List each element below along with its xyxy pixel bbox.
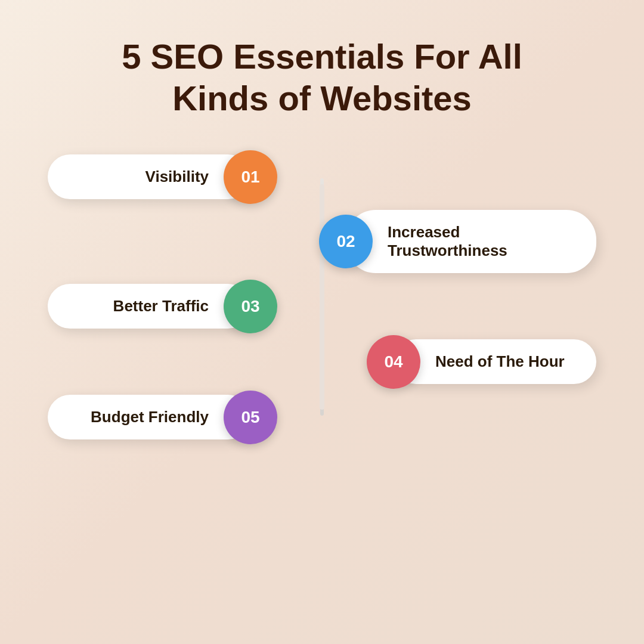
page-container: 5 SEO Essentials For All Kinds of Websit… (0, 0, 644, 644)
pill-label-4: Need of The Hour (435, 352, 565, 371)
pill-label-5: Budget Friendly (91, 408, 209, 426)
item-row-5: Budget Friendly05 (48, 395, 596, 439)
item-row-1: Visibility01 (48, 154, 596, 199)
badge-2: 02 (319, 215, 373, 268)
page-title: 5 SEO Essentials For All Kinds of Websit… (89, 36, 555, 119)
badge-4: 04 (367, 335, 420, 389)
pill-3: Better Traffic03 (48, 284, 250, 329)
pill-4: Need of The Hour04 (394, 339, 596, 384)
pill-1: Visibility01 (48, 154, 250, 199)
pill-label-2: Increased Trustworthiness (388, 223, 572, 260)
item-row-2: Increased Trustworthiness02 (48, 210, 596, 273)
item-row-4: Need of The Hour04 (48, 339, 596, 384)
pill-2: Increased Trustworthiness02 (346, 210, 596, 273)
pill-label-3: Better Traffic (113, 297, 209, 315)
badge-3: 03 (224, 280, 277, 333)
badge-5: 05 (224, 391, 277, 444)
item-row-3: Better Traffic03 (48, 284, 596, 329)
items-container: Visibility01Increased Trustworthiness02B… (48, 154, 596, 439)
badge-1: 01 (224, 150, 277, 204)
pill-label-1: Visibility (145, 168, 209, 186)
pill-5: Budget Friendly05 (48, 395, 250, 439)
